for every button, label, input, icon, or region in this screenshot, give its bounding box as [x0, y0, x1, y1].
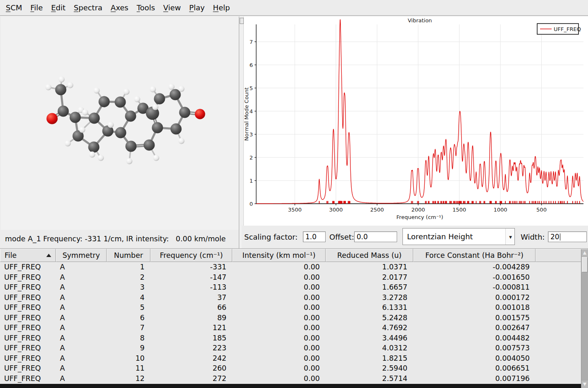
broadening-mode-select[interactable]: Lorentzian Height ▼ — [402, 228, 515, 245]
mode-rug-tick — [437, 201, 438, 204]
mode-rug-tick — [545, 201, 546, 204]
spectrum-controls: Scaling factor: 1.0 Offset: 0.0 Lorentzi… — [242, 226, 588, 248]
spectrum-curve — [256, 19, 583, 204]
mode-rug-tick — [480, 201, 481, 204]
menubar: SCMFileEditSpectraAxesToolsViewPlayHelp — [0, 0, 588, 16]
menu-item-play[interactable]: Play — [185, 0, 209, 15]
panel-splitter[interactable] — [239, 17, 244, 248]
menu-item-help[interactable]: Help — [209, 0, 234, 15]
mode-rug-tick — [538, 201, 538, 204]
mode-rug-tick — [536, 201, 536, 204]
spectrum-chart-panel[interactable]: 35003000250020001500100050001234567Vibra… — [244, 17, 588, 226]
mode-rug-tick — [577, 201, 578, 204]
mode-rug-tick — [440, 201, 441, 204]
table-row[interactable]: UFF_FREQA112600.002.59400.006651 — [0, 363, 588, 374]
mode-rug-tick — [418, 201, 419, 204]
ch-bonds — [48, 79, 181, 161]
table-row[interactable]: UFF_FREQA71210.004.76920.002647 — [0, 323, 588, 333]
mode-rug-tick — [412, 201, 413, 204]
mode-rug-tick — [579, 201, 580, 204]
mode-rug-tick — [426, 201, 427, 204]
scrollbar-thumb[interactable] — [582, 257, 588, 272]
table-row[interactable]: UFF_FREQA81850.003.44960.004482 — [0, 333, 588, 343]
width-input[interactable]: 20 — [548, 231, 587, 242]
mode-rug-tick — [525, 201, 526, 204]
column-header-reduced[interactable]: Reduced Mass (u) — [326, 249, 413, 262]
mode-rug-tick — [567, 201, 568, 204]
table-row[interactable]: UFF_FREQA2-1470.002.0177-0.001650 — [0, 272, 588, 283]
mode-rug-tick — [438, 201, 439, 204]
menu-item-view[interactable]: View — [159, 0, 185, 15]
mode-rug-tick — [432, 201, 433, 204]
table-row[interactable]: UFF_FREQA122720.002.57140.007196 — [0, 374, 588, 384]
menu-item-spectra[interactable]: Spectra — [70, 0, 107, 15]
mode-rug-tick — [529, 201, 530, 204]
offset-input[interactable]: 0.0 — [354, 231, 397, 242]
mode-rug-tick — [521, 201, 522, 204]
table-row[interactable]: UFF_FREQA5660.006.13310.001018 — [0, 302, 588, 313]
y-tick-label: 3 — [250, 131, 253, 138]
x-tick-label: 1500 — [452, 207, 466, 213]
mode-rug-tick — [555, 201, 556, 204]
mode-rug-tick — [575, 201, 576, 204]
y-axis-label: Normal Mode Count — [244, 87, 250, 140]
broadening-mode-value: Lorentzian Height — [407, 229, 473, 245]
column-header-symmetry[interactable]: Symmetry — [56, 249, 107, 262]
mode-rug-tick — [443, 201, 444, 204]
column-header-file[interactable]: File — [0, 249, 56, 262]
y-tick-label: 6 — [250, 62, 253, 68]
mode-rug-tick — [471, 201, 472, 204]
x-tick-label: 2500 — [370, 207, 384, 213]
mode-rug-tick — [562, 201, 563, 204]
table-row[interactable]: UFF_FREQA3-1130.001.6657-0.000811 — [0, 282, 588, 293]
mode-rug-tick — [495, 201, 496, 204]
table-row[interactable]: UFF_FREQA4370.003.27280.000172 — [0, 293, 588, 303]
x-tick-label: 2000 — [411, 207, 425, 213]
molecule-3d-view[interactable] — [1, 17, 239, 230]
table-row[interactable]: UFF_FREQA6890.005.24280.001575 — [0, 313, 588, 323]
table-body: UFF_FREQA1-3310.001.0371-0.004289UFF_FRE… — [0, 262, 588, 383]
mode-rug-tick — [338, 201, 339, 204]
menu-item-tools[interactable]: Tools — [133, 0, 159, 15]
scroll-down-icon[interactable]: ▼ — [581, 381, 588, 388]
chevron-down-icon: ▼ — [509, 236, 512, 239]
mode-rug-tick — [456, 201, 457, 204]
menu-item-edit[interactable]: Edit — [47, 0, 70, 15]
table-scrollbar[interactable]: ▲ ▼ — [581, 249, 588, 388]
menu-item-axes[interactable]: Axes — [107, 0, 133, 15]
mode-rug-tick — [484, 201, 485, 204]
y-tick-label: 2 — [250, 155, 253, 161]
sort-ascending-icon — [46, 254, 51, 257]
mode-rug-tick — [561, 201, 562, 204]
mode-rug-tick — [451, 201, 452, 204]
mode-rug-tick — [539, 201, 540, 204]
mode-rug-tick — [543, 201, 544, 204]
mode-rug-tick — [433, 201, 434, 204]
scroll-up-icon[interactable]: ▲ — [581, 249, 588, 257]
offset-label: Offset: — [329, 226, 354, 248]
mode-rug-tick — [541, 201, 542, 204]
mode-rug-tick — [476, 201, 476, 204]
column-header-intensity[interactable]: Intensity (km mol⁻¹) — [232, 249, 326, 262]
mode-status-bar: mode A_1 Frequency: -331 1/cm, IR intens… — [1, 230, 239, 248]
table-row[interactable]: UFF_FREQA1-3310.001.0371-0.004289 — [0, 262, 588, 272]
menu-item-scm[interactable]: SCM — [2, 0, 26, 15]
splitter-grip-icon[interactable] — [240, 18, 244, 24]
mode-rug-tick — [532, 201, 533, 204]
scaling-factor-input[interactable]: 1.0 — [303, 231, 326, 242]
table-row[interactable]: UFF_FREQA102420.001.82150.004050 — [0, 353, 588, 364]
mode-rug-tick — [515, 201, 516, 204]
column-header-frequency[interactable]: Frequency (cm⁻¹) — [150, 249, 232, 262]
vibration-spectrum-chart[interactable]: 35003000250020001500100050001234567Vibra… — [244, 17, 588, 226]
combo-arrow-strip[interactable]: ▼ — [505, 229, 514, 245]
mode-rug-tick — [564, 201, 565, 204]
column-header-number[interactable]: Number — [107, 249, 150, 262]
table-row[interactable]: UFF_FREQA92230.004.03120.007573 — [0, 343, 588, 353]
scaling-factor-label: Scaling factor: — [244, 226, 298, 248]
column-header-force[interactable]: Force Constant (Ha Bohr⁻²) — [413, 249, 536, 262]
mode-rug-tick — [449, 201, 450, 204]
menu-item-file[interactable]: File — [26, 0, 47, 15]
mode-rug-tick — [411, 201, 412, 204]
mode-rug-tick — [464, 201, 465, 204]
mode-rug-tick — [517, 201, 517, 204]
